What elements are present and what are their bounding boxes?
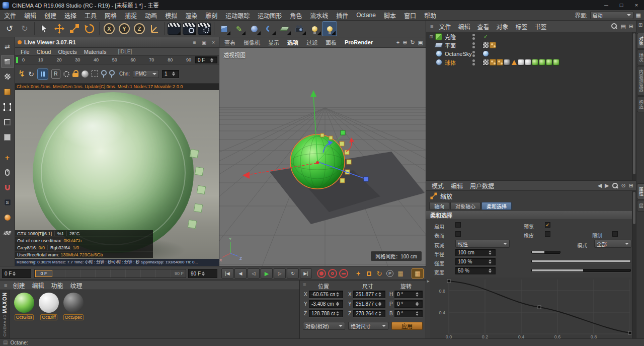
record-button[interactable]	[317, 269, 326, 278]
coordinate-system-button[interactable]	[147, 21, 162, 36]
object-row-plane[interactable]: 平面	[426, 41, 632, 49]
live-viewer-timeline-ruler[interactable]: 0102030405060708090 0 F	[15, 56, 219, 64]
render-preview[interactable]: GTX 1060[T][6.1]%128°C Out-of-core used/…	[15, 90, 219, 266]
menu-tools[interactable]: 工具	[80, 10, 101, 20]
limit-checkbox[interactable]	[612, 231, 618, 237]
menu-character[interactable]: 角色	[286, 10, 306, 20]
add-spline-pen-button[interactable]: ✎	[231, 21, 247, 36]
autokey-button[interactable]	[328, 269, 337, 278]
restart-render-icon[interactable]: ↯	[18, 70, 25, 78]
pick-material-icon[interactable]	[101, 70, 106, 78]
lv-menu-cloud[interactable]: Cloud	[33, 49, 55, 55]
phong-tag[interactable]	[511, 59, 517, 65]
workplane-button[interactable]	[1, 226, 14, 239]
tab-layers[interactable]: 层	[637, 200, 644, 212]
om-menu-objects[interactable]: 对象	[493, 22, 512, 31]
am-scrollbar[interactable]	[632, 191, 636, 339]
paint-setup-button[interactable]	[1, 211, 14, 224]
menu-snap[interactable]: 捕捉	[121, 10, 141, 20]
panel-grip-icon[interactable]: ≡	[428, 23, 435, 29]
interface-dropdown[interactable]: 启动	[590, 11, 633, 19]
film-region-icon[interactable]	[92, 71, 98, 77]
coord-mode-dropdown[interactable]: 对象(相对)	[303, 322, 345, 330]
tab-soft-selection[interactable]: 柔和选择	[481, 202, 512, 210]
object-row-octanesky[interactable]: OctaneSky	[426, 49, 632, 58]
vp-menu-panel[interactable]: 面板	[321, 38, 341, 46]
menu-render[interactable]: 渲染	[181, 10, 201, 20]
size-y-field[interactable]: 251.877 cm	[353, 300, 385, 308]
om-menu-edit[interactable]: 编辑	[454, 22, 473, 31]
vp-menu-filter[interactable]: 过滤	[302, 38, 321, 46]
menu-script[interactable]: 脚本	[380, 10, 400, 20]
object-name[interactable]: 平面	[445, 41, 456, 49]
selection-filter-button[interactable]	[1, 166, 14, 179]
timeline-ruler[interactable]: 0 F 90 F	[34, 269, 186, 278]
mm-menu-texture[interactable]: 纹理	[66, 281, 86, 290]
radius-field[interactable]: 100 cm	[455, 249, 496, 256]
add-bend-button[interactable]	[262, 21, 277, 36]
object-name[interactable]: OctaneSky	[445, 51, 472, 57]
material-name[interactable]: OctDiff	[40, 314, 57, 320]
tab-content-browser[interactable]: 内容浏览器	[637, 66, 644, 96]
am-menu-userdata[interactable]: 用户数据	[466, 181, 498, 190]
add-light-button[interactable]	[307, 21, 322, 36]
lv-menu-materials[interactable]: Materials	[80, 49, 110, 55]
keyframe-selection-button[interactable]	[339, 269, 348, 278]
material-preview-icon[interactable]	[82, 71, 89, 78]
tab-takes[interactable]: 场次	[637, 49, 644, 65]
texture-tag[interactable]	[482, 59, 489, 65]
width-slider[interactable]	[531, 269, 631, 272]
material-octdiff[interactable]: OctDiff	[38, 293, 60, 320]
enable-checkbox[interactable]	[455, 222, 461, 228]
add-subdivision-surface-button[interactable]	[247, 21, 262, 36]
previous-key-button[interactable]: ◀	[234, 268, 247, 279]
pick-focus-icon[interactable]	[109, 70, 114, 78]
current-frame-field[interactable]: 0 F	[2, 269, 31, 278]
texture-mode-button[interactable]	[1, 70, 14, 83]
preview-checkbox[interactable]: ✓	[545, 222, 550, 228]
lv-menu-objects[interactable]: Objects	[54, 49, 80, 55]
snap-button[interactable]	[1, 181, 14, 194]
falloff-dropdown[interactable]: 线性	[455, 240, 510, 248]
pause-button[interactable]	[37, 68, 48, 80]
search-icon[interactable]	[611, 23, 617, 29]
object-name[interactable]: 克隆	[445, 33, 456, 41]
material-tag[interactable]	[553, 59, 559, 65]
tab-structure[interactable]: 构造	[637, 96, 644, 112]
maximize-button[interactable]: □	[614, 0, 629, 10]
pan-view-icon[interactable]: +	[396, 39, 399, 46]
material-octspec[interactable]: OctSpec	[62, 293, 85, 320]
menu-edit[interactable]: 编辑	[20, 10, 40, 20]
key-rotation-button[interactable]: ↻	[374, 269, 384, 278]
material-tag[interactable]	[518, 59, 524, 65]
material-tag[interactable]	[532, 59, 538, 65]
material-octglos[interactable]: OctGlos	[13, 293, 35, 320]
enabled-tag[interactable]: ✓	[482, 33, 489, 40]
pos-y-field[interactable]: -3.408 cm	[309, 300, 343, 308]
polygons-mode-button[interactable]	[1, 130, 14, 144]
render-view-button[interactable]	[167, 21, 182, 36]
lock-icon[interactable]: ⊙	[621, 182, 626, 189]
points-mode-button[interactable]	[1, 100, 14, 113]
material-tag[interactable]	[525, 59, 531, 65]
om-scrollbar[interactable]	[632, 32, 636, 180]
quantize-button[interactable]: S	[1, 196, 14, 209]
minimize-button[interactable]: ─	[599, 0, 614, 10]
mm-menu-edit[interactable]: 编辑	[28, 281, 47, 290]
render-picture-viewer-button[interactable]	[182, 21, 197, 36]
vp-menu-display[interactable]: 显示	[264, 38, 283, 46]
x-axis-lock-button[interactable]: X	[102, 21, 117, 36]
key-scale-button[interactable]	[364, 269, 374, 278]
render-region-button[interactable]: R	[51, 70, 60, 79]
mm-menu-create[interactable]: 创建	[9, 281, 28, 290]
octane-texture-tag[interactable]	[490, 42, 496, 48]
zoom-view-icon[interactable]: ⊕	[403, 39, 407, 46]
mode-dropdown[interactable]: 全部	[594, 240, 631, 248]
pos-z-field[interactable]: 128.788 cm	[309, 310, 343, 317]
play-button[interactable]: ▶	[261, 268, 273, 279]
scale-tool[interactable]	[67, 21, 82, 36]
menu-plugins[interactable]: 插件	[332, 10, 352, 20]
layout-icon[interactable]: ▦	[636, 13, 641, 18]
goto-start-button[interactable]: |◀	[221, 268, 233, 279]
tab-objects[interactable]: 对象	[637, 33, 644, 49]
